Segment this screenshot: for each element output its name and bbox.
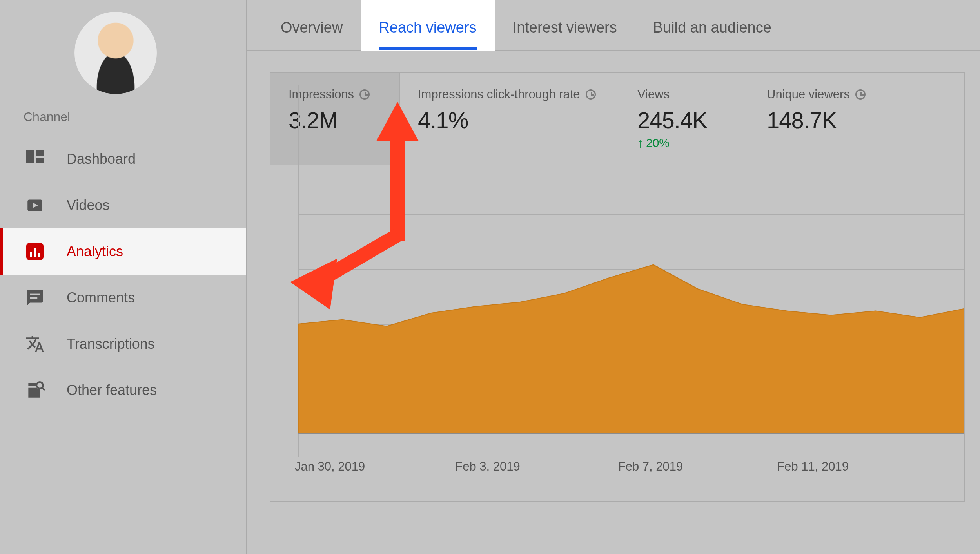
metric-delta: ↑ 20% (637, 136, 729, 150)
analytics-icon (25, 242, 45, 261)
x-axis-labels: Jan 30, 2019 Feb 3, 2019 Feb 7, 2019 Feb… (298, 460, 964, 474)
sidebar-section-label: Channel (24, 110, 246, 124)
area-series (298, 214, 964, 434)
videos-icon (25, 196, 45, 215)
dashboard-icon (25, 149, 45, 169)
other-features-icon (25, 380, 45, 400)
metric-impressions[interactable]: Impressions 3.2M (270, 73, 400, 165)
x-tick-label: Feb 3, 2019 (455, 460, 520, 474)
analytics-tabs: Overview Reach viewers Interest viewers … (247, 0, 980, 51)
sidebar-item-videos[interactable]: Videos (0, 182, 246, 228)
svg-line-7 (42, 388, 45, 390)
tab-build-audience[interactable]: Build an audience (635, 19, 789, 50)
comments-icon (25, 288, 45, 308)
metrics-row: Impressions 3.2M Impressions click-throu… (270, 73, 964, 165)
svg-rect-3 (30, 294, 40, 295)
metric-views[interactable]: Views 245.4K ↑ 20% (619, 73, 749, 165)
sidebar: Channel Dashboard Videos Analytics Comme… (0, 0, 247, 554)
x-axis (298, 433, 964, 434)
metric-ctr[interactable]: Impressions click-through rate 4.1% (400, 73, 619, 165)
sidebar-item-comments[interactable]: Comments (0, 275, 246, 321)
sidebar-item-other-features[interactable]: Other features (0, 367, 246, 413)
tab-reach-viewers[interactable]: Reach viewers (361, 0, 494, 50)
translate-icon (25, 334, 45, 354)
sidebar-item-label: Transcriptions (67, 336, 155, 352)
tab-interest-viewers[interactable]: Interest viewers (495, 19, 635, 50)
metric-label-text: Views (637, 87, 670, 101)
x-tick-label: Jan 30, 2019 (295, 460, 365, 474)
metric-value: 3.2M (289, 107, 379, 133)
metric-label-text: Impressions click-through rate (418, 87, 580, 101)
chart-plot (298, 214, 964, 434)
sidebar-item-label: Comments (67, 290, 135, 306)
avatar[interactable] (74, 12, 157, 94)
sidebar-item-label: Analytics (67, 243, 123, 260)
x-tick-label: Feb 11, 2019 (777, 460, 849, 474)
impressions-chart (298, 214, 964, 457)
clock-icon (359, 89, 370, 100)
metrics-card: Impressions 3.2M Impressions click-throu… (270, 72, 965, 502)
metric-value: 4.1% (418, 107, 600, 133)
sidebar-item-label: Other features (67, 382, 157, 398)
sidebar-item-label: Videos (67, 197, 109, 214)
svg-rect-4 (30, 297, 38, 299)
x-tick-label: Feb 7, 2019 (618, 460, 683, 474)
metric-value: 245.4K (637, 107, 729, 133)
sidebar-item-label: Dashboard (67, 151, 136, 167)
main-content: Overview Reach viewers Interest viewers … (247, 0, 980, 554)
metric-value: 148.7K (767, 107, 866, 133)
clock-icon (586, 89, 596, 100)
metric-label-text: Unique viewers (767, 87, 850, 101)
tab-overview[interactable]: Overview (263, 19, 361, 50)
sidebar-item-transcriptions[interactable]: Transcriptions (0, 321, 246, 367)
clock-icon (855, 89, 866, 100)
metric-unique-viewers[interactable]: Unique viewers 148.7K (749, 73, 885, 165)
up-arrow-icon: ↑ (637, 137, 644, 149)
metric-delta-value: 20% (646, 136, 670, 150)
sidebar-item-dashboard[interactable]: Dashboard (0, 136, 246, 182)
sidebar-item-analytics[interactable]: Analytics (0, 228, 246, 275)
